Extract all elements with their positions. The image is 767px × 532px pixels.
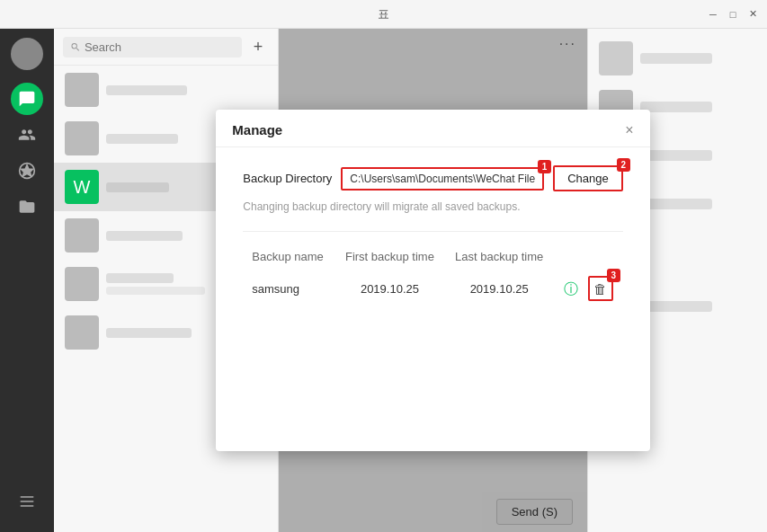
sidebar [0, 29, 54, 532]
svg-rect-3 [21, 501, 34, 502]
backup-dir-path: C:\Users\sam\Documents\WeChat File [341, 167, 544, 191]
row-name: samsung [243, 269, 334, 308]
sidebar-icon-folder[interactable] [11, 191, 43, 223]
modal-header: Manage × [216, 110, 649, 147]
search-bar: + [54, 29, 278, 66]
col-last-backup: Last backup time [445, 244, 554, 269]
backup-table: Backup name First backup time Last backu… [243, 244, 622, 308]
title-bar-controls: ─ □ ✕ [706, 7, 760, 22]
change-button[interactable]: Change [553, 165, 623, 191]
sidebar-icon-chat[interactable] [11, 83, 43, 115]
svg-rect-4 [21, 505, 34, 507]
hint-text: Changing backup directory will migrate a… [243, 200, 622, 213]
modal-body: Backup Directory C:\Users\sam\Documents\… [216, 147, 649, 326]
table-row: samsung 2019.10.25 2019.10.25 ⓘ 🗑 3 [243, 269, 622, 308]
modal-overlay: Manage × Backup Directory C:\Users\sam\D… [279, 29, 587, 532]
right-item [588, 36, 767, 81]
search-input-wrap[interactable] [63, 37, 242, 58]
search-icon [70, 41, 81, 53]
title-bar: 표 ─ □ ✕ [0, 0, 767, 29]
maximize-button[interactable]: □ [726, 7, 740, 22]
modal-close-button[interactable]: × [625, 123, 633, 137]
backup-dir-label: Backup Directory [243, 172, 332, 185]
annotation-badge-3: 3 [607, 269, 620, 282]
col-name: Backup name [243, 244, 334, 269]
change-button-wrap: Change 2 [553, 165, 623, 191]
row-first-backup: 2019.10.25 [334, 269, 444, 308]
svg-rect-2 [21, 496, 34, 498]
main-content: ··· Send (S) Manage × Backup Directory C… [279, 29, 587, 532]
info-icon[interactable]: ⓘ [564, 281, 578, 297]
col-first-backup: First backup time [334, 244, 444, 269]
list-item[interactable] [54, 66, 278, 114]
sidebar-icon-menu[interactable] [11, 485, 43, 518]
backup-dir-row: Backup Directory C:\Users\sam\Documents\… [243, 165, 622, 191]
minimize-button[interactable]: ─ [706, 7, 720, 22]
sidebar-icon-contacts[interactable] [11, 119, 43, 151]
sidebar-bottom [11, 485, 43, 518]
app-container: + W [0, 29, 767, 532]
row-last-backup: 2019.10.25 [445, 269, 554, 308]
manage-dialog: Manage × Backup Directory C:\Users\sam\D… [216, 110, 649, 451]
sidebar-icon-discover[interactable] [11, 155, 43, 187]
annotation-badge-2: 2 [617, 158, 630, 172]
modal-title: Manage [232, 122, 282, 137]
search-input[interactable] [85, 40, 235, 54]
add-chat-button[interactable]: + [247, 36, 269, 58]
title-bar-korean: 표 [378, 6, 389, 22]
close-button[interactable]: ✕ [745, 7, 760, 22]
annotation-badge-1: 1 [538, 160, 551, 173]
divider [243, 231, 622, 232]
delete-btn-wrap: 🗑 3 [588, 276, 613, 301]
user-avatar[interactable] [11, 38, 43, 70]
